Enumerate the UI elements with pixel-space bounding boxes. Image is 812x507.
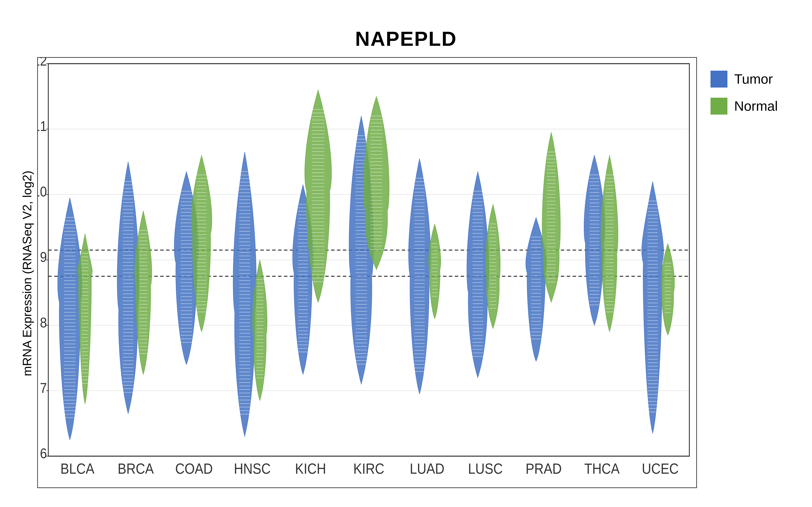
legend-item-normal: Normal bbox=[711, 98, 795, 115]
legend-label-tumor: Tumor bbox=[734, 71, 773, 87]
legend-box: Tumor Normal bbox=[700, 57, 795, 488]
chart-plot-area: 6789101112BLCABRCACOADHNSCKICHKIRCLUADLU… bbox=[37, 57, 795, 490]
svg-text:KIRC: KIRC bbox=[353, 460, 384, 477]
svg-text:HNSC: HNSC bbox=[234, 460, 271, 477]
svg-text:THCA: THCA bbox=[584, 460, 620, 477]
svg-text:BLCA: BLCA bbox=[60, 460, 94, 477]
svg-text:12: 12 bbox=[38, 58, 47, 69]
legend-color-tumor bbox=[711, 71, 727, 88]
svg-text:7: 7 bbox=[40, 380, 47, 396]
svg-text:BRCA: BRCA bbox=[118, 460, 154, 477]
svg-text:KICH: KICH bbox=[295, 460, 326, 477]
svg-text:8: 8 bbox=[40, 315, 47, 330]
svg-text:6: 6 bbox=[40, 446, 47, 461]
legend-label-normal: Normal bbox=[734, 98, 778, 114]
svg-text:10: 10 bbox=[38, 184, 47, 200]
svg-text:LUAD: LUAD bbox=[410, 460, 444, 477]
svg-text:PRAD: PRAD bbox=[525, 460, 562, 477]
legend-item-tumor: Tumor bbox=[711, 71, 795, 88]
y-axis-label: mRNA Expression (RNASeq V2, log2) bbox=[17, 57, 37, 490]
plot-box: 6789101112BLCABRCACOADHNSCKICHKIRCLUADLU… bbox=[37, 57, 697, 488]
legend-color-normal bbox=[711, 98, 727, 115]
plot-with-legend: 6789101112BLCABRCACOADHNSCKICHKIRCLUADLU… bbox=[37, 57, 795, 488]
svg-text:COAD: COAD bbox=[175, 460, 213, 477]
chart-area: mRNA Expression (RNASeq V2, log2) 678910… bbox=[17, 57, 795, 490]
chart-container: NAPEPLD mRNA Expression (RNASeq V2, log2… bbox=[0, 0, 812, 507]
svg-text:LUSC: LUSC bbox=[468, 460, 503, 477]
svg-text:11: 11 bbox=[38, 118, 47, 134]
svg-text:9: 9 bbox=[40, 249, 47, 265]
plot-svg: 6789101112BLCABRCACOADHNSCKICHKIRCLUADLU… bbox=[38, 58, 696, 488]
chart-inner: NAPEPLD mRNA Expression (RNASeq V2, log2… bbox=[17, 17, 795, 490]
svg-text:UCEC: UCEC bbox=[642, 460, 679, 477]
chart-title: NAPEPLD bbox=[17, 17, 795, 57]
